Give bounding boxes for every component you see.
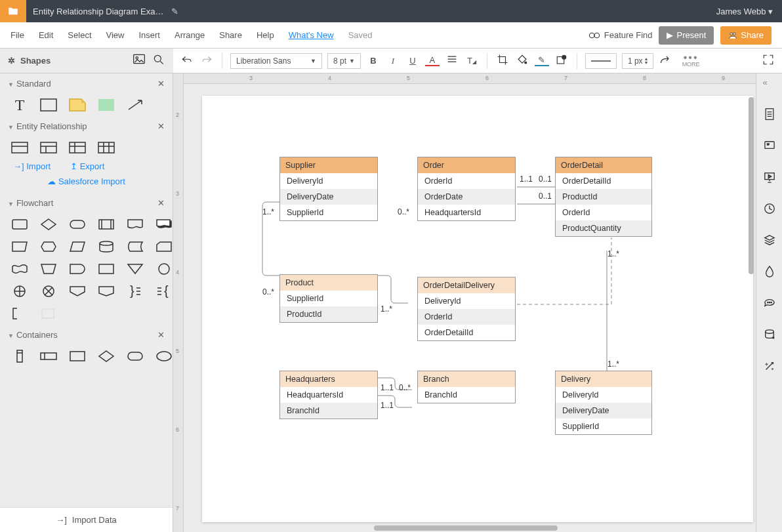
- import-link[interactable]: →] Import: [13, 161, 51, 171]
- page[interactable]: Supplier DeliveryId DeliveryDate Supplie…: [202, 96, 753, 522]
- crop-icon[interactable]: [495, 54, 510, 68]
- entity-product[interactable]: Product SupplierId ProductId: [279, 274, 378, 323]
- line-arrow-icon[interactable]: [659, 54, 673, 68]
- cont-5[interactable]: [126, 349, 144, 363]
- present-icon[interactable]: [762, 169, 777, 185]
- close-icon[interactable]: ✕: [157, 121, 165, 131]
- edit-title-icon[interactable]: ✎: [171, 7, 178, 16]
- fc-predef[interactable]: [97, 217, 115, 232]
- text-shape[interactable]: T: [10, 98, 29, 112]
- fc-multidoc[interactable]: [155, 217, 173, 232]
- font-size-select[interactable]: 8 pt ▼: [327, 53, 361, 69]
- entity-orderdetail[interactable]: OrderDetail OrderDetailId ProductId Orde…: [555, 157, 652, 237]
- block-shape[interactable]: [97, 98, 115, 112]
- bold-icon[interactable]: B: [366, 56, 381, 66]
- underline-icon[interactable]: U: [405, 56, 420, 66]
- fc-diamond[interactable]: [39, 217, 58, 232]
- er-shape-2[interactable]: [39, 140, 58, 155]
- rect-shape[interactable]: [39, 98, 58, 112]
- redo-icon[interactable]: [199, 54, 214, 67]
- entity-order[interactable]: Order OrderId OrderDate HeadquartersId: [417, 157, 516, 221]
- fill-icon[interactable]: [515, 54, 529, 68]
- history-icon[interactable]: [762, 201, 777, 216]
- search-icon[interactable]: [152, 53, 165, 68]
- entity-delivery[interactable]: Delivery DeliveryId DeliveryDate Supplie…: [555, 371, 652, 435]
- entity-headquarters[interactable]: Headquarters HeadquartersId BranchId: [279, 371, 378, 419]
- import-data-button[interactable]: →] Import Data: [0, 507, 173, 532]
- fc-db[interactable]: [97, 239, 115, 254]
- arrow-shape[interactable]: [126, 98, 144, 112]
- note-shape[interactable]: [68, 98, 87, 112]
- share-button[interactable]: Share: [720, 26, 772, 45]
- cont-6[interactable]: [155, 349, 173, 363]
- page-icon[interactable]: [762, 106, 777, 122]
- line-color-icon[interactable]: ✎: [535, 55, 549, 66]
- menu-file[interactable]: File: [10, 30, 24, 40]
- vertical-scrollbar[interactable]: [749, 97, 754, 274]
- section-containers[interactable]: ▼Containers✕: [0, 325, 173, 345]
- cont-3[interactable]: [68, 349, 87, 363]
- fc-note[interactable]: [10, 306, 29, 321]
- salesforce-link[interactable]: ☁ Salesforce Import: [47, 176, 125, 186]
- fc-circle[interactable]: [155, 262, 173, 276]
- fc-off2[interactable]: [97, 284, 115, 298]
- section-entity[interactable]: ▼Entity Relationship✕: [0, 116, 173, 136]
- section-flowchart[interactable]: ▼Flowchart✕: [0, 193, 173, 213]
- export-link[interactable]: ↥ Export: [70, 161, 104, 171]
- canvas[interactable]: Supplier DeliveryId DeliveryDate Supplie…: [184, 84, 756, 532]
- fc-blank[interactable]: [39, 306, 58, 321]
- fc-brace-r[interactable]: }: [126, 284, 144, 298]
- folder-icon[interactable]: [0, 0, 26, 22]
- drop-icon[interactable]: [762, 264, 777, 279]
- layers-icon[interactable]: [762, 232, 777, 248]
- horizontal-scrollbar[interactable]: [374, 525, 558, 531]
- fc-off[interactable]: [68, 284, 87, 298]
- section-standard[interactable]: ▼Standard✕: [0, 73, 173, 94]
- line-width-select[interactable]: 1 px▴▾: [622, 53, 653, 69]
- fc-rect2[interactable]: [97, 262, 115, 276]
- fc-delay[interactable]: [68, 262, 87, 276]
- fc-brace-l[interactable]: {: [155, 284, 173, 298]
- entity-odd[interactable]: OrderDetailDelivery DeliveryId OrderId O…: [417, 277, 516, 341]
- fc-sum[interactable]: [10, 284, 29, 298]
- font-select[interactable]: Liberation Sans▼: [230, 53, 322, 69]
- menu-help[interactable]: Help: [257, 30, 274, 40]
- fc-tape[interactable]: [10, 262, 29, 276]
- er-shape-4[interactable]: [97, 140, 115, 155]
- fc-terminator[interactable]: [68, 217, 87, 232]
- document-title[interactable]: Entity Relationship Diagram Exa…: [33, 7, 163, 16]
- user-menu[interactable]: James Webb ▾: [716, 7, 773, 16]
- fc-rect[interactable]: [10, 217, 29, 232]
- menu-view[interactable]: View: [106, 30, 125, 40]
- er-shape-1[interactable]: [10, 140, 29, 155]
- cont-1[interactable]: [10, 349, 29, 363]
- cont-2[interactable]: [39, 349, 58, 363]
- fc-doc[interactable]: [126, 217, 144, 232]
- menu-arrange[interactable]: Arrange: [175, 30, 205, 40]
- feature-find[interactable]: Feature Find: [588, 30, 653, 40]
- fc-hex[interactable]: [39, 239, 58, 254]
- entity-supplier[interactable]: Supplier DeliveryId DeliveryDate Supplie…: [279, 157, 378, 221]
- fc-tri[interactable]: [126, 262, 144, 276]
- fc-manual[interactable]: [10, 239, 29, 254]
- align-icon[interactable]: [445, 55, 459, 66]
- text-style-icon[interactable]: T◢: [464, 56, 479, 66]
- data-icon[interactable]: [762, 327, 777, 342]
- chat-icon[interactable]: [762, 295, 777, 311]
- fc-card[interactable]: [155, 239, 173, 254]
- more-button[interactable]: •••MORE: [682, 54, 700, 68]
- menu-insert[interactable]: Insert: [138, 30, 160, 40]
- collapse-panel-icon[interactable]: «: [763, 77, 776, 91]
- fullscreen-icon[interactable]: [761, 54, 775, 68]
- menu-whatsnew[interactable]: What's New: [289, 30, 334, 40]
- present-button[interactable]: ▶ Present: [659, 26, 714, 45]
- fc-parallel[interactable]: [68, 239, 87, 254]
- comment-icon[interactable]: ❞: [762, 138, 777, 153]
- menu-edit[interactable]: Edit: [39, 30, 53, 40]
- close-icon[interactable]: ✕: [157, 198, 165, 208]
- magic-icon[interactable]: [762, 358, 777, 374]
- close-icon[interactable]: ✕: [157, 79, 165, 89]
- line-style-select[interactable]: [585, 53, 617, 69]
- entity-branch[interactable]: Branch BranchId: [417, 371, 516, 403]
- fc-trap[interactable]: [39, 262, 58, 276]
